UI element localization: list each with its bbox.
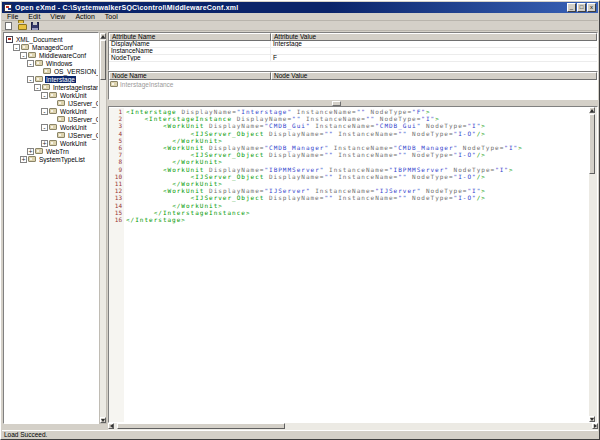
collapse-icon[interactable]: - bbox=[20, 52, 27, 59]
right-column: Attribute Name Attribute Value DisplayNa… bbox=[108, 32, 598, 430]
expand-icon[interactable]: + bbox=[27, 148, 34, 155]
attribute-name-header[interactable]: Attribute Name bbox=[109, 33, 271, 41]
menu-tool[interactable]: Tool bbox=[100, 13, 123, 20]
xml-node-icon bbox=[57, 116, 65, 122]
code-line: <IJServer_Object DisplayName="" Instance… bbox=[126, 151, 588, 158]
line-number: 10 bbox=[109, 173, 122, 180]
tree-item-label: SystemTypeList bbox=[38, 156, 86, 163]
line-number: 14 bbox=[109, 202, 122, 209]
title-bar[interactable]: Open eXmd - C:\SystemwalkerSQC\control\M… bbox=[2, 2, 598, 13]
xml-document-icon bbox=[6, 36, 13, 43]
collapse-icon[interactable]: - bbox=[41, 108, 48, 115]
tree-item-label: OS_VERSION_WIN bbox=[53, 68, 99, 75]
open-file-button[interactable] bbox=[18, 22, 27, 30]
attribute-row-value bbox=[271, 48, 597, 54]
xml-node-icon bbox=[57, 132, 65, 138]
tree-item-windows[interactable]: -Windows bbox=[4, 59, 98, 67]
status-bar: Load Succeed. bbox=[2, 430, 598, 438]
tree-scrollbar[interactable] bbox=[99, 32, 107, 424]
tree-scroll-up-icon[interactable] bbox=[100, 33, 106, 39]
new-file-button[interactable] bbox=[5, 22, 14, 30]
editor-horizontal-scrollbar[interactable] bbox=[108, 423, 598, 430]
tree-item-workunit[interactable]: -WorkUnit bbox=[4, 91, 98, 99]
attribute-row-name: DisplayName bbox=[109, 41, 271, 47]
open-folder-icon bbox=[18, 24, 27, 30]
tree-item-ijserver-object[interactable]: IJServer_Object bbox=[4, 131, 98, 139]
tree-item-middlewareconf[interactable]: -MiddlewareConf bbox=[4, 51, 98, 59]
xml-node-icon bbox=[49, 108, 57, 114]
menu-view[interactable]: View bbox=[45, 13, 70, 20]
node-value-header[interactable]: Node Value bbox=[271, 72, 597, 80]
node-row-label: InterstageInstance bbox=[120, 81, 173, 88]
tree-item-workunit[interactable]: +WorkUnit bbox=[4, 139, 98, 147]
tree-item-label: ManagedConf bbox=[31, 44, 74, 51]
code-line: <IJServer_Object DisplayName="" Instance… bbox=[126, 130, 588, 137]
tree-item-webtrn[interactable]: +WebTrn bbox=[4, 147, 98, 155]
tree-item-workunit[interactable]: -WorkUnit bbox=[4, 107, 98, 115]
save-disk-icon bbox=[31, 22, 39, 30]
save-file-button[interactable] bbox=[31, 22, 40, 30]
menu-file[interactable]: File bbox=[2, 13, 23, 20]
attribute-row[interactable]: NodeTypeF bbox=[109, 55, 597, 62]
collapse-icon[interactable]: - bbox=[27, 76, 34, 83]
attribute-row-name: InstanceName bbox=[109, 48, 271, 54]
app-window: Open eXmd - C:\SystemwalkerSQC\control\M… bbox=[0, 0, 600, 440]
xml-tree-pane: XML_Document-ManagedConf-MiddlewareConf-… bbox=[3, 32, 99, 424]
editor-scroll-right-icon[interactable] bbox=[592, 423, 598, 429]
tree-item-label: WorkUnit bbox=[59, 140, 88, 147]
collapse-icon[interactable]: - bbox=[41, 92, 48, 99]
editor-vscroll-thumb[interactable] bbox=[589, 114, 595, 174]
xml-node-icon bbox=[21, 44, 29, 50]
code-line: <WorkUnit DisplayName="CMDB_Gui" Instanc… bbox=[126, 122, 588, 129]
menu-action[interactable]: Action bbox=[70, 13, 99, 20]
attribute-value-header[interactable]: Attribute Value bbox=[271, 33, 597, 41]
line-number: 2 bbox=[109, 115, 122, 122]
window-title: Open eXmd - C:\SystemwalkerSQC\control\M… bbox=[15, 4, 567, 11]
tree-item-label: IJServer_Object bbox=[67, 100, 99, 107]
collapse-icon[interactable]: - bbox=[41, 124, 48, 131]
expand-icon[interactable]: + bbox=[41, 140, 48, 147]
tree-item-xml-document[interactable]: XML_Document bbox=[4, 35, 98, 43]
editor-hscroll-thumb[interactable] bbox=[117, 423, 285, 429]
tree-item-label: IJServer_Object bbox=[67, 116, 99, 123]
line-number: 8 bbox=[109, 158, 122, 165]
tree-item-interstageinstance[interactable]: -InterstageInstance bbox=[4, 83, 98, 91]
tree-item-os-version-win[interactable]: OS_VERSION_WIN bbox=[4, 67, 98, 75]
xml-source-text[interactable]: <Interstage DisplayName="Interstage" Ins… bbox=[126, 108, 588, 422]
attribute-row[interactable]: InstanceName bbox=[109, 48, 597, 55]
menu-bar: FileEditViewActionTool bbox=[2, 13, 598, 21]
editor-scroll-down-icon[interactable] bbox=[589, 416, 595, 422]
attribute-row[interactable]: DisplayNameInterstage bbox=[109, 41, 597, 48]
tree-scroll-down-icon[interactable] bbox=[100, 417, 106, 423]
tree-item-label: MiddlewareConf bbox=[38, 52, 87, 59]
tree-item-ijserver-object[interactable]: IJServer_Object bbox=[4, 99, 98, 107]
node-name-header[interactable]: Node Name bbox=[109, 72, 271, 80]
minimize-button[interactable]: _ bbox=[567, 3, 576, 12]
tree-item-systemtypelist[interactable]: +SystemTypeList bbox=[4, 155, 98, 163]
xml-node-icon bbox=[28, 156, 36, 162]
tree-item-workunit[interactable]: -WorkUnit bbox=[4, 123, 98, 131]
collapse-icon[interactable]: - bbox=[34, 84, 41, 91]
node-row[interactable]: InterstageInstance bbox=[109, 80, 597, 88]
expand-icon[interactable]: + bbox=[20, 156, 27, 163]
collapse-icon[interactable]: - bbox=[13, 44, 20, 51]
editor-vertical-scrollbar[interactable] bbox=[589, 107, 597, 422]
collapse-icon[interactable]: - bbox=[27, 60, 34, 67]
code-line: </WorkUnit> bbox=[126, 202, 588, 209]
line-number: 13 bbox=[109, 194, 122, 201]
close-button[interactable]: x bbox=[587, 3, 596, 12]
tree-item-label: WorkUnit bbox=[59, 124, 88, 131]
menu-edit[interactable]: Edit bbox=[23, 13, 45, 20]
tree-item-interstage[interactable]: -Interstage bbox=[4, 75, 98, 83]
tree-item-label: WorkUnit bbox=[59, 92, 88, 99]
attribute-table: Attribute Name Attribute Value DisplayNa… bbox=[108, 32, 598, 71]
tree-item-ijserver-object[interactable]: IJServer_Object bbox=[4, 115, 98, 123]
editor-scroll-up-icon[interactable] bbox=[589, 107, 595, 113]
editor-scroll-left-icon[interactable] bbox=[108, 423, 114, 429]
code-line: <InterstageInstance DisplayName="" Insta… bbox=[126, 115, 588, 122]
attribute-row-value: F bbox=[271, 55, 597, 61]
maximize-button[interactable]: □ bbox=[577, 3, 586, 12]
line-number: 16 bbox=[109, 216, 122, 223]
tree-scroll-thumb[interactable] bbox=[100, 40, 106, 80]
tree-item-managedconf[interactable]: -ManagedConf bbox=[4, 43, 98, 51]
